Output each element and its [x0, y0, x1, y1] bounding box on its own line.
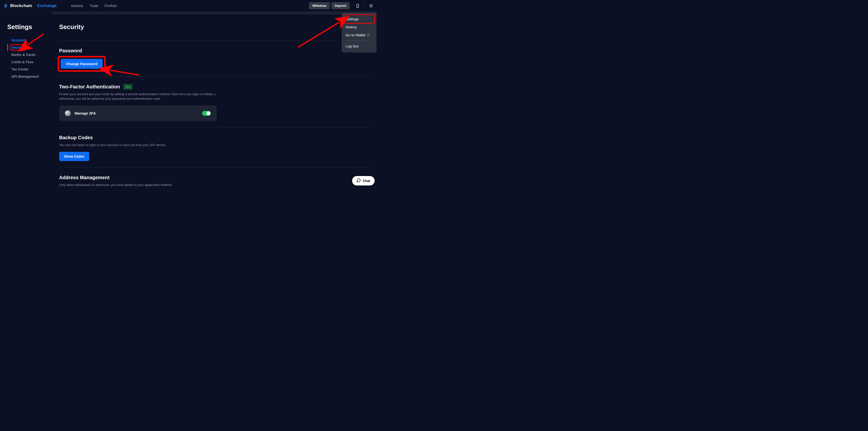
sidebar-item-label: Limits & Fees [11, 60, 33, 64]
chat-widget[interactable]: Chat [352, 176, 375, 186]
hamburger-menu-icon[interactable] [367, 2, 375, 9]
sidebar-item-label: Tax Center [11, 67, 29, 71]
highlight-box: Change Password [59, 57, 104, 70]
2fa-toggle[interactable] [202, 111, 211, 116]
sub-header-strip [52, 12, 377, 14]
sidebar-title: Settings [7, 23, 51, 31]
sidebar-item-tax-center[interactable]: Tax Center [7, 66, 51, 73]
section-backup-codes: Backup Codes You can use these to login … [59, 127, 369, 167]
section-password-heading: Password [59, 48, 369, 54]
section-2fa-heading: Two-Factor Authentication [59, 84, 120, 90]
highlight-box: Security [10, 45, 26, 50]
menu-divider [346, 40, 373, 41]
menu-item-logout[interactable]: Log Out [346, 42, 373, 50]
sidebar-item-api-management[interactable]: API Management [7, 73, 51, 80]
section-backup-heading: Backup Codes [59, 135, 369, 140]
sidebar-item-account[interactable]: Account [7, 37, 51, 44]
brand-logo[interactable]: Blockchain Exchange [3, 3, 57, 8]
topbar-right: Withdraw Deposit [309, 2, 375, 9]
external-link-icon [367, 33, 370, 37]
sidebar-item-label: Banks & Cards [11, 53, 36, 57]
menu-item-settings[interactable]: Settings [344, 15, 374, 23]
menu-item-wallet-label: Go to Wallet [346, 33, 365, 37]
withdraw-button[interactable]: Withdraw [309, 2, 330, 9]
brand-name-a: Blockchain [10, 3, 32, 8]
section-address-management: Address Management Only allow withdrawal… [59, 167, 369, 189]
deposit-button[interactable]: Deposit [331, 2, 350, 9]
manage-2fa-card: Manage 2FA [59, 106, 217, 121]
change-password-button[interactable]: Change Password [61, 59, 103, 69]
page-title: Security [59, 14, 369, 40]
nav-trade[interactable]: Trade [90, 4, 98, 8]
authenticator-icon [65, 110, 71, 116]
nav-portfolio[interactable]: Portfolio [105, 4, 117, 8]
sidebar-item-limits-fees[interactable]: Limits & Fees [7, 58, 51, 66]
manage-2fa-label: Manage 2FA [74, 111, 96, 115]
brand-logo-icon [3, 3, 8, 8]
settings-sidebar: Settings Account Security Banks & Cards … [0, 19, 51, 80]
sidebar-item-security[interactable]: Security [7, 44, 51, 51]
menu-item-wallet[interactable]: Go to Wallet [346, 31, 373, 39]
primary-nav: Markets Trade Portfolio [71, 4, 117, 8]
section-2fa-desc: Protect your account and your funds by a… [59, 92, 217, 101]
menu-item-history[interactable]: History [346, 23, 373, 31]
chat-bubble-icon [356, 178, 361, 183]
sidebar-item-label: Account [11, 38, 25, 42]
brand-name-b: Exchange [37, 3, 57, 8]
user-menu-dropdown: Settings History Go to Wallet Log Out [342, 12, 377, 53]
menu-item-logout-label: Log Out [346, 44, 359, 48]
section-password: Password Change Password [59, 40, 369, 76]
section-addr-heading: Address Management [59, 175, 369, 180]
sidebar-item-label: API Management [11, 74, 39, 78]
chat-label: Chat [363, 179, 370, 183]
topbar: Blockchain Exchange Markets Trade Portfo… [0, 0, 378, 12]
sidebar-item-banks-cards[interactable]: Banks & Cards [7, 51, 51, 58]
divider [364, 3, 365, 8]
main-panel: Security Password Change Password Two-Fa… [52, 12, 377, 189]
2fa-status-badge: On [123, 84, 132, 90]
section-addr-desc: Only allow withdrawals to addresses you … [59, 183, 217, 188]
menu-item-history-label: History [346, 25, 357, 29]
section-2fa: Two-Factor Authentication On Protect you… [59, 76, 369, 127]
menu-item-settings-label: Settings [346, 17, 359, 21]
section-backup-desc: You can use these to login to your accou… [59, 143, 217, 147]
sidebar-item-label: Security [11, 45, 25, 49]
nav-markets[interactable]: Markets [71, 4, 83, 8]
mobile-icon[interactable] [354, 2, 361, 9]
show-codes-button[interactable]: Show Codes [59, 152, 89, 161]
